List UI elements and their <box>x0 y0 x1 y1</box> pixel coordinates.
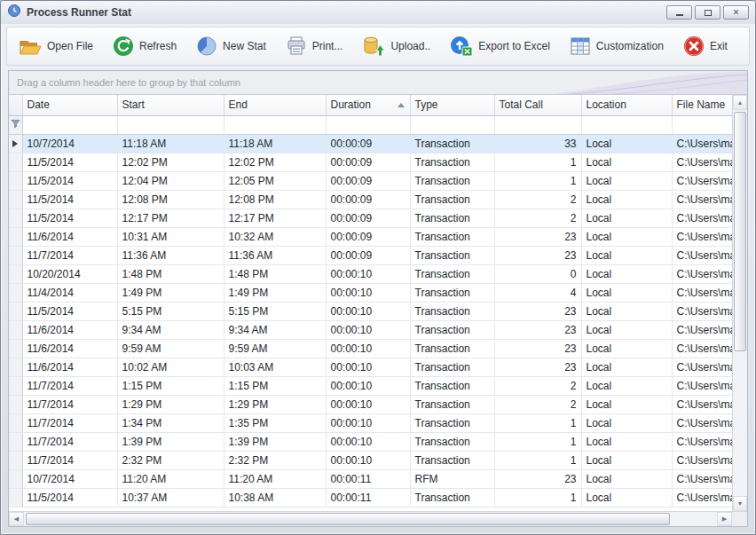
table-row[interactable]: 11/7/2014 1:29 PM 1:29 PM 00:00:10 Trans… <box>9 395 732 413</box>
column-header-duration[interactable]: Duration <box>326 95 410 115</box>
cell-total-call[interactable]: 1 <box>494 488 581 507</box>
cell-total-call[interactable]: 0 <box>494 264 581 283</box>
vertical-scrollbar[interactable]: ▲ ▼ <box>732 95 747 511</box>
cell-duration[interactable]: 00:00:10 <box>326 283 410 302</box>
cell-total-call[interactable]: 1 <box>494 171 581 190</box>
table-row[interactable]: 11/5/2014 12:02 PM 12:02 PM 00:00:09 Tra… <box>9 153 732 171</box>
vertical-scroll-thumb[interactable] <box>734 112 746 351</box>
cell-file-name[interactable]: C:\Users\ma <box>672 451 732 469</box>
cell-file-name[interactable]: C:\Users\ma <box>672 358 732 376</box>
cell-location[interactable]: Local <box>581 488 672 507</box>
cell-start[interactable]: 1:34 PM <box>117 413 224 432</box>
cell-end[interactable]: 12:02 PM <box>224 153 326 171</box>
cell-type[interactable]: Transaction <box>410 283 494 302</box>
cell-duration[interactable]: 00:00:10 <box>326 320 410 339</box>
cell-total-call[interactable]: 2 <box>494 190 581 208</box>
cell-duration[interactable]: 00:00:09 <box>326 190 410 208</box>
cell-location[interactable]: Local <box>581 171 672 190</box>
cell-location[interactable]: Local <box>581 432 672 451</box>
exit-button[interactable]: Exit <box>676 31 735 61</box>
cell-location[interactable]: Local <box>581 208 672 227</box>
cell-end[interactable]: 11:20 AM <box>224 469 326 488</box>
cell-location[interactable]: Local <box>581 376 672 395</box>
cell-type[interactable]: Transaction <box>410 246 494 264</box>
cell-start[interactable]: 1:39 PM <box>117 432 224 451</box>
cell-type[interactable]: Transaction <box>410 451 494 469</box>
filter-cell-duration[interactable] <box>326 115 410 134</box>
minimize-button[interactable] <box>666 5 692 20</box>
cell-location[interactable]: Local <box>581 283 672 302</box>
cell-duration[interactable]: 00:00:10 <box>326 395 410 413</box>
cell-total-call[interactable]: 1 <box>494 413 581 432</box>
cell-duration[interactable]: 00:00:09 <box>326 208 410 227</box>
cell-date[interactable]: 11/5/2014 <box>22 488 117 507</box>
cell-location[interactable]: Local <box>581 413 672 432</box>
column-header-date[interactable]: Date <box>22 95 117 115</box>
cell-date[interactable]: 11/4/2014 <box>22 283 117 302</box>
cell-type[interactable]: Transaction <box>410 227 494 246</box>
table-row[interactable]: 10/20/2014 1:48 PM 1:48 PM 00:00:10 Tran… <box>9 264 732 283</box>
cell-total-call[interactable]: 23 <box>494 302 581 320</box>
cell-date[interactable]: 11/6/2014 <box>22 358 117 376</box>
cell-location[interactable]: Local <box>581 302 672 320</box>
cell-type[interactable]: Transaction <box>410 302 494 320</box>
cell-type[interactable]: Transaction <box>410 395 494 413</box>
column-header-start[interactable]: Start <box>117 95 224 115</box>
cell-duration[interactable]: 00:00:10 <box>326 264 410 283</box>
cell-date[interactable]: 11/7/2014 <box>22 451 117 469</box>
cell-type[interactable]: RFM <box>410 469 494 488</box>
cell-location[interactable]: Local <box>581 339 672 358</box>
cell-file-name[interactable]: C:\Users\ma <box>672 153 732 171</box>
cell-start[interactable]: 1:29 PM <box>117 395 224 413</box>
export-to-excel-button[interactable]: Export to Excel <box>443 31 557 61</box>
cell-location[interactable]: Local <box>581 320 672 339</box>
cell-total-call[interactable]: 23 <box>494 339 581 358</box>
cell-start[interactable]: 5:15 PM <box>117 302 224 320</box>
cell-date[interactable]: 10/7/2014 <box>22 134 117 153</box>
cell-file-name[interactable]: C:\Users\ma <box>672 283 732 302</box>
cell-duration[interactable]: 00:00:11 <box>326 488 410 507</box>
cell-location[interactable]: Local <box>581 134 672 153</box>
cell-file-name[interactable]: C:\Users\ma <box>672 264 732 283</box>
cell-file-name[interactable]: C:\Users\ma <box>672 376 732 395</box>
cell-date[interactable]: 11/7/2014 <box>22 432 117 451</box>
refresh-button[interactable]: Refresh <box>106 31 184 61</box>
cell-file-name[interactable]: C:\Users\ma <box>672 395 732 413</box>
cell-start[interactable]: 10:31 AM <box>117 227 224 246</box>
cell-start[interactable]: 10:02 AM <box>117 358 224 376</box>
cell-end[interactable]: 9:59 AM <box>224 339 326 358</box>
cell-total-call[interactable]: 23 <box>494 246 581 264</box>
table-row[interactable]: 11/6/2014 9:34 AM 9:34 AM 00:00:10 Trans… <box>9 320 732 339</box>
cell-location[interactable]: Local <box>581 395 672 413</box>
cell-total-call[interactable]: 33 <box>494 134 581 153</box>
cell-end[interactable]: 1:48 PM <box>224 264 326 283</box>
table-row[interactable]: 11/7/2014 1:34 PM 1:35 PM 00:00:10 Trans… <box>9 413 732 432</box>
cell-type[interactable]: Transaction <box>410 413 494 432</box>
cell-duration[interactable]: 00:00:09 <box>326 227 410 246</box>
cell-type[interactable]: Transaction <box>410 488 494 507</box>
cell-start[interactable]: 10:37 AM <box>117 488 224 507</box>
cell-end[interactable]: 11:36 AM <box>224 246 326 264</box>
cell-type[interactable]: Transaction <box>410 358 494 376</box>
table-row[interactable]: 11/5/2014 5:15 PM 5:15 PM 00:00:10 Trans… <box>9 302 732 320</box>
cell-type[interactable]: Transaction <box>410 153 494 171</box>
cell-total-call[interactable]: 4 <box>494 283 581 302</box>
cell-start[interactable]: 9:34 AM <box>117 320 224 339</box>
cell-end[interactable]: 10:32 AM <box>224 227 326 246</box>
close-button[interactable]: ✕ <box>723 5 749 20</box>
scroll-right-button[interactable]: ▶ <box>717 512 732 526</box>
cell-file-name[interactable]: C:\Users\ma <box>672 320 732 339</box>
cell-file-name[interactable]: C:\Users\ma <box>672 469 732 488</box>
cell-start[interactable]: 11:20 AM <box>117 469 224 488</box>
cell-file-name[interactable]: C:\Users\ma <box>672 302 732 320</box>
filter-cell-date[interactable] <box>22 115 117 134</box>
cell-duration[interactable]: 00:00:10 <box>326 376 410 395</box>
table-row[interactable]: 11/5/2014 10:37 AM 10:38 AM 00:00:11 Tra… <box>9 488 732 507</box>
new-stat-button[interactable]: New Stat <box>189 31 273 61</box>
table-row[interactable]: 11/6/2014 10:31 AM 10:32 AM 00:00:09 Tra… <box>9 227 732 246</box>
cell-duration[interactable]: 00:00:09 <box>326 153 410 171</box>
table-row[interactable]: 11/7/2014 1:39 PM 1:39 PM 00:00:10 Trans… <box>9 432 732 451</box>
cell-date[interactable]: 10/7/2014 <box>22 469 117 488</box>
cell-type[interactable]: Transaction <box>410 339 494 358</box>
cell-location[interactable]: Local <box>581 190 672 208</box>
